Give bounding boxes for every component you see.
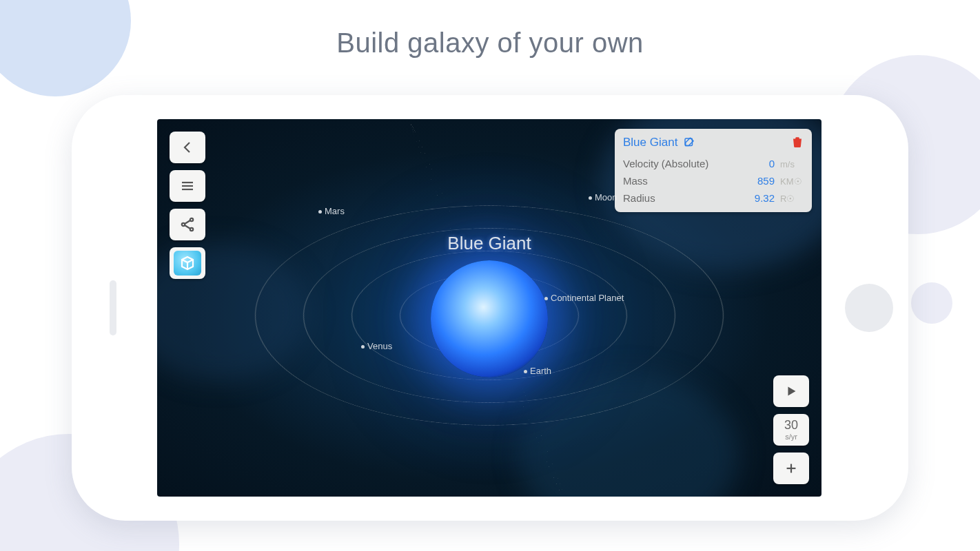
share-button[interactable] <box>170 209 205 240</box>
right-toolbar: 30 s/yr <box>773 375 809 484</box>
row-unit: R☉ <box>780 194 804 204</box>
star-label: Blue Giant <box>447 233 531 254</box>
phone-speaker <box>110 280 116 335</box>
object-info-panel: Blue Giant Velocity (Absolute) 0m/s Mass… <box>615 129 812 212</box>
star-blue-giant[interactable] <box>431 260 548 377</box>
cube-icon <box>179 255 196 271</box>
decor-blob <box>911 282 952 324</box>
speed-unit: s/yr <box>785 433 797 441</box>
row-unit: KM☉ <box>780 176 804 187</box>
add-button[interactable] <box>773 453 809 484</box>
panel-title: Blue Giant <box>623 136 677 149</box>
svg-line-7 <box>185 225 190 229</box>
panel-row-radius[interactable]: Radius 9.32R☉ <box>623 189 804 207</box>
row-value: 859 <box>757 175 775 187</box>
svg-marker-10 <box>788 387 795 396</box>
plus-icon <box>784 461 799 476</box>
delete-button[interactable] <box>791 136 804 149</box>
planet-label-continental[interactable]: Continental Planet <box>544 293 624 303</box>
trash-icon <box>791 136 804 148</box>
app-screen[interactable]: Blue Giant Mars Moon Continental Planet … <box>157 119 821 497</box>
panel-row-velocity[interactable]: Velocity (Absolute) 0m/s <box>623 155 804 172</box>
row-value: 9.32 <box>755 192 775 204</box>
speed-value: 30 <box>784 419 798 433</box>
svg-line-6 <box>185 220 190 224</box>
panel-row-mass[interactable]: Mass 859KM☉ <box>623 172 804 189</box>
svg-point-5 <box>190 228 193 231</box>
row-unit: m/s <box>780 159 804 169</box>
svg-point-4 <box>182 223 185 226</box>
edit-button[interactable] <box>683 136 695 149</box>
planet-label-mars[interactable]: Mars <box>318 206 345 216</box>
phone-home-button <box>845 284 893 332</box>
decor-blob <box>0 0 131 96</box>
menu-icon <box>179 178 196 194</box>
row-label: Radius <box>623 192 655 204</box>
speed-button[interactable]: 30 s/yr <box>773 414 809 446</box>
planet-label-venus[interactable]: Venus <box>361 341 392 351</box>
planet-label-moon[interactable]: Moon <box>589 192 617 202</box>
view-3d-button[interactable] <box>170 247 205 279</box>
share-icon <box>179 216 196 233</box>
edit-icon <box>683 136 695 149</box>
row-value: 0 <box>769 158 775 169</box>
svg-point-3 <box>190 218 193 221</box>
left-toolbar <box>170 132 205 279</box>
play-button[interactable] <box>773 375 809 407</box>
planet-label-earth[interactable]: Earth <box>524 366 551 376</box>
phone-frame: Blue Giant Mars Moon Continental Planet … <box>72 95 908 521</box>
row-label: Mass <box>623 175 648 187</box>
menu-button[interactable] <box>170 170 205 202</box>
row-label: Velocity (Absolute) <box>623 158 708 169</box>
page-headline: Build galaxy of your own <box>0 28 980 59</box>
play-icon <box>784 384 799 399</box>
chevron-left-icon <box>179 139 196 156</box>
back-button[interactable] <box>170 132 205 163</box>
